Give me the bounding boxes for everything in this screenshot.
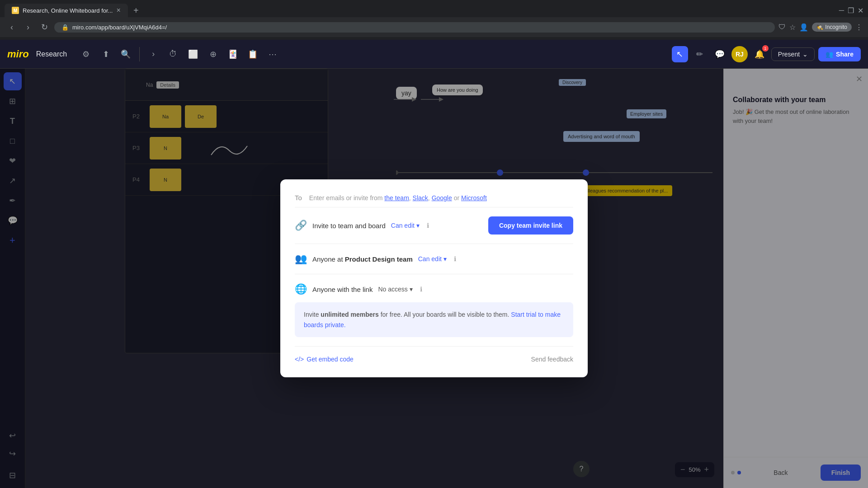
search-icon: 🔍 [121,49,131,59]
invite-info-icon[interactable]: ℹ [427,222,429,229]
browser-nav: ‹ › ↻ 🔒 miro.com/app/board/uXjVMqiA6d4=/… [0,17,868,37]
chevron-down-icon: ⌄ [802,51,808,58]
capture-btn[interactable]: ⊕ [205,46,221,62]
embed-code-link[interactable]: </> Get embed code [295,356,354,363]
invite-label: Invite to team and board [312,222,386,230]
team-row: 👥 Anyone at Product Design team Can edit… [295,253,573,265]
send-feedback-link[interactable]: Send feedback [531,356,573,363]
modal-overlay: To Enter emails or invite from the team,… [0,69,868,488]
link-label: Anyone with the link [312,286,373,293]
minimize-btn[interactable]: ─ [839,6,844,14]
info-bold: unlimited members [321,311,378,318]
chevron-down-icon-2: ▾ [443,255,447,263]
profile-btn[interactable]: 👤 [799,23,808,32]
address-bar[interactable]: 🔒 miro.com/app/board/uXjVMqiA6d4=/ [54,22,775,33]
to-slack-link[interactable]: Slack [413,194,428,202]
upload-btn[interactable]: ⬆ [98,46,114,62]
user-avatar[interactable]: RJ [731,46,748,62]
chevron-down-icon-3: ▾ [410,286,413,293]
modal-team-section: 👥 Anyone at Product Design team Can edit… [295,244,573,274]
notification-btn[interactable]: 🔔 1 [751,46,768,62]
shield-icon: 🛡 [778,23,786,31]
embed-icon: </> [295,356,304,363]
to-team-link[interactable]: the team [384,194,409,202]
settings-btn[interactable]: ⚙ [78,46,94,62]
star-icon[interactable]: ☆ [789,23,796,32]
notification-badge: 1 [762,45,769,52]
modal-info-box: Invite unlimited members for free. All y… [295,302,573,337]
modal-footer: </> Get embed code Send feedback [295,347,573,363]
modal-to-row: To Enter emails or invite from the team,… [295,194,573,207]
toolbar-sep-1 [139,47,140,61]
link-row: 🌐 Anyone with the link No access ▾ ℹ [295,283,573,295]
to-label: To [295,194,302,202]
chevron-down-icon: ▾ [416,222,420,229]
link-info-icon[interactable]: ℹ [420,286,422,293]
timer-btn[interactable]: ⏱ [165,46,181,62]
share-btn[interactable]: 👥 Share [818,47,861,61]
restore-btn[interactable]: ❐ [848,6,854,15]
incognito-btn[interactable]: 🕵 Incognito [812,23,852,32]
share-modal: To Enter emails or invite from the team,… [280,179,588,377]
card-btn[interactable]: 🃏 [225,46,241,62]
marker-btn[interactable]: ✏ [692,46,708,62]
url-text: miro.com/app/board/uXjVMqiA6d4=/ [72,24,167,31]
lock-icon: 🔒 [61,24,69,31]
tab-close-btn[interactable]: × [116,6,120,14]
apps-btn[interactable]: ⋯ [264,46,281,62]
embed-label: Get embed code [307,356,354,363]
present-btn[interactable]: Present ⌄ [771,47,815,61]
invite-permission[interactable]: Can edit ▾ [391,222,420,229]
search-btn[interactable]: 🔍 [118,46,134,62]
nav-right: 🛡 ☆ 👤 🕵 Incognito ⋮ [778,23,863,32]
vote-btn[interactable]: 📋 [245,46,261,62]
comment-btn[interactable]: 💬 [712,46,728,62]
incognito-label: Incognito [825,24,847,30]
copy-team-invite-link-btn[interactable]: Copy team invite link [488,216,573,235]
team-label: Anyone at Product Design team [312,255,413,263]
share-label: Share [836,51,854,58]
menu-btn[interactable]: ⋮ [855,23,863,32]
board-title[interactable]: Research [36,50,67,58]
miro-app: miro Research ⚙ ⬆ 🔍 › ⏱ ⬜ ⊕ 🃏 📋 ⋯ ↖ ✏ 💬 … [0,40,868,488]
to-microsoft-link[interactable]: Microsoft [461,194,487,202]
team-name: Product Design team [345,255,413,263]
forward-btn[interactable]: › [22,21,34,33]
active-tab[interactable]: M Research, Online Whiteboard for... × [5,4,128,17]
team-info-icon[interactable]: ℹ [454,255,456,263]
team-icon: 👥 [295,253,307,265]
settings-icon: ⚙ [82,49,90,59]
close-window-btn[interactable]: ✕ [858,6,863,15]
canvas-area: ↖ ⊞ T □ ❤ ↗ ✒ 💬 + ↩ ↪ ⊟ Na Details [0,69,868,488]
modal-link-section: 🌐 Anyone with the link No access ▾ ℹ Inv… [295,274,573,347]
toolbar-right: ↖ ✏ 💬 RJ 🔔 1 Present ⌄ 👥 Share [672,46,861,62]
globe-icon: 🌐 [295,283,307,295]
miro-toolbar: miro Research ⚙ ⬆ 🔍 › ⏱ ⬜ ⊕ 🃏 📋 ⋯ ↖ ✏ 💬 … [0,40,868,69]
share-icon: 👥 [826,51,833,58]
team-permission[interactable]: Can edit ▾ [418,255,447,263]
cursor-tool-btn[interactable]: ↖ [672,46,688,62]
chevron-btn[interactable]: › [145,46,161,62]
frame-btn[interactable]: ⬜ [185,46,201,62]
upload-icon: ⬆ [103,49,109,59]
link-icon: 🔗 [295,220,307,231]
modal-invite-section: 🔗 Invite to team and board Can edit ▾ ℹ … [295,207,573,244]
to-google-link[interactable]: Google [432,194,452,202]
to-placeholder: Enter emails or invite from the team, Sl… [309,194,487,202]
invite-row: 🔗 Invite to team and board Can edit ▾ ℹ … [295,216,573,235]
present-label: Present [778,51,800,58]
browser-chrome: M Research, Online Whiteboard for... × +… [0,0,868,40]
incognito-icon: 🕵 [816,24,823,30]
tab-bar: M Research, Online Whiteboard for... × +… [0,0,868,17]
tab-favicon: M [12,7,19,14]
refresh-btn[interactable]: ↻ [38,21,51,33]
new-tab-btn[interactable]: + [130,4,142,17]
back-btn[interactable]: ‹ [5,21,18,33]
tab-title: Research, Online Whiteboard for... [23,7,113,14]
no-access-dropdown[interactable]: No access ▾ [378,286,412,293]
miro-logo: miro [7,48,29,60]
